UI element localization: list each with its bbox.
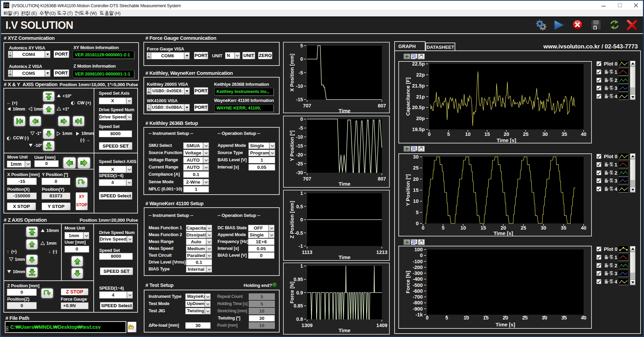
svg-text:0: 0 <box>300 56 303 62</box>
svg-text:-30: -30 <box>296 170 303 175</box>
svg-text:-300: -300 <box>413 270 423 276</box>
svg-text:Force [N]: Force [N] <box>405 271 411 293</box>
svg-text:22.5p: 22.5p <box>412 62 425 67</box>
svg-text:40: 40 <box>581 315 586 321</box>
svg-text:0.5: 0.5 <box>296 204 303 209</box>
svg-text:20p: 20p <box>416 116 425 121</box>
svg-text:707: 707 <box>303 103 311 108</box>
svg-text:-5: -5 <box>299 70 303 75</box>
svg-text:0.85: 0.85 <box>294 303 303 309</box>
svg-text:5: 5 <box>300 43 303 48</box>
svg-text:25: 25 <box>522 315 528 321</box>
svg-text:Z Position [mm]: Z Position [mm] <box>289 201 295 239</box>
svg-text:-20: -20 <box>296 152 303 158</box>
svg-text:35: 35 <box>562 131 567 137</box>
svg-text:-15: -15 <box>296 97 303 102</box>
svg-text:Time: Time <box>339 108 351 113</box>
svg-text:25: 25 <box>520 225 526 231</box>
svg-text:Time [s]: Time [s] <box>495 322 515 327</box>
svg-text:-10: -10 <box>296 83 303 89</box>
svg-text:Time: Time <box>339 181 351 187</box>
svg-text:0: 0 <box>422 225 424 231</box>
svg-text:10: 10 <box>413 198 419 204</box>
svg-text:707: 707 <box>303 176 311 182</box>
svg-text:Time: Time <box>339 327 351 333</box>
svg-text:-25: -25 <box>296 161 303 166</box>
svg-text:-100: -100 <box>413 259 423 264</box>
svg-text:-10: -10 <box>296 134 303 140</box>
svg-text:807: 807 <box>378 176 386 182</box>
svg-text:5: 5 <box>416 210 419 215</box>
svg-text:-500: -500 <box>413 282 423 288</box>
svg-text:30: 30 <box>542 315 547 321</box>
svg-text:0: 0 <box>300 217 303 222</box>
svg-text:20: 20 <box>413 176 419 182</box>
svg-text:21.5p: 21.5p <box>412 83 425 89</box>
svg-text:15: 15 <box>413 187 419 193</box>
svg-text:5: 5 <box>445 315 448 321</box>
svg-text:-800: -800 <box>413 300 423 305</box>
svg-text:-400: -400 <box>413 276 423 282</box>
svg-text:40: 40 <box>581 131 586 137</box>
svg-text:10: 10 <box>460 225 466 231</box>
svg-text:0: 0 <box>426 315 429 321</box>
svg-text:Time [s]: Time [s] <box>496 137 516 143</box>
svg-text:0: 0 <box>420 253 423 258</box>
svg-text:0: 0 <box>416 221 419 226</box>
svg-text:25: 25 <box>523 131 528 137</box>
svg-text:30: 30 <box>541 225 546 231</box>
svg-text:30: 30 <box>413 154 419 160</box>
svg-text:0: 0 <box>300 116 303 122</box>
svg-text:1409: 1409 <box>376 323 387 328</box>
svg-text:35: 35 <box>561 225 566 231</box>
svg-text:Y Position [º]: Y Position [º] <box>289 130 295 161</box>
svg-text:-15: -15 <box>296 143 303 149</box>
svg-text:0.9: 0.9 <box>296 290 303 295</box>
svg-text:20.5p: 20.5p <box>412 105 425 110</box>
svg-text:Y Position [º]: Y Position [º] <box>405 174 411 206</box>
svg-text:21p: 21p <box>416 94 425 100</box>
svg-text:Force [N]: Force [N] <box>289 282 295 304</box>
svg-text:5: 5 <box>442 225 444 231</box>
svg-text:807: 807 <box>378 103 386 108</box>
svg-text:0.8: 0.8 <box>296 316 303 322</box>
svg-text:X Position [mm]: X Position [mm] <box>289 54 295 92</box>
svg-text:-1k: -1k <box>415 312 423 317</box>
svg-text:22p: 22p <box>416 72 425 78</box>
svg-text:15: 15 <box>484 131 490 137</box>
svg-text:25: 25 <box>413 165 419 171</box>
svg-text:1113: 1113 <box>302 249 313 255</box>
svg-text:100: 100 <box>414 247 423 252</box>
svg-text:1309: 1309 <box>302 323 313 328</box>
svg-text:20: 20 <box>504 131 509 137</box>
svg-text:19.5p: 19.5p <box>412 127 425 132</box>
svg-text:-600: -600 <box>413 288 423 294</box>
svg-text:35: 35 <box>561 315 567 321</box>
svg-text:-700: -700 <box>413 294 423 300</box>
svg-text:-5: -5 <box>299 125 303 131</box>
svg-text:30: 30 <box>542 131 548 137</box>
svg-text:10: 10 <box>465 131 470 137</box>
svg-text:15: 15 <box>480 225 486 231</box>
svg-text:20: 20 <box>503 315 508 321</box>
svg-text:-0.5: -0.5 <box>295 230 303 236</box>
svg-text:Capacitance [F]: Capacitance [F] <box>405 78 411 116</box>
svg-text:0.95: 0.95 <box>294 277 303 282</box>
svg-text:-1: -1 <box>299 243 303 249</box>
svg-text:1213: 1213 <box>376 249 387 255</box>
svg-text:20: 20 <box>501 225 506 231</box>
svg-text:1: 1 <box>300 263 303 269</box>
svg-text:5: 5 <box>447 131 450 137</box>
svg-text:-900: -900 <box>413 306 423 312</box>
svg-text:10: 10 <box>464 315 469 321</box>
svg-text:0: 0 <box>428 131 431 137</box>
svg-text:Time: Time <box>339 254 351 260</box>
svg-text:15: 15 <box>483 315 489 321</box>
svg-text:40: 40 <box>581 225 586 231</box>
svg-text:1: 1 <box>300 190 303 196</box>
svg-text:Time [s]: Time [s] <box>493 230 513 236</box>
svg-text:-200: -200 <box>413 265 423 270</box>
